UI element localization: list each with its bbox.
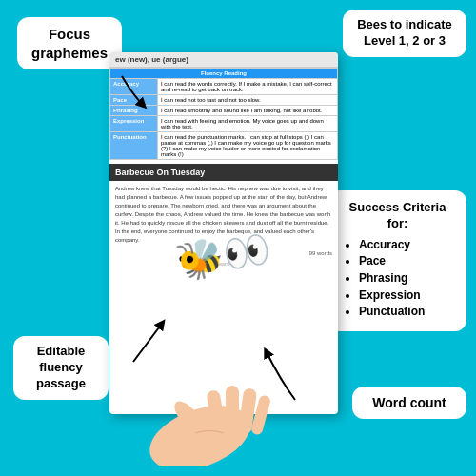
bees-label: Bees to indicate Level 1, 2 or 3 <box>357 17 452 48</box>
row-label-expression: Expression <box>110 116 158 132</box>
fluency-table: Fluency Reading Accuracy I can read the … <box>109 68 338 160</box>
success-item-phrasing: Phrasing <box>359 271 453 287</box>
row-text-expression: I can read with feeling and emotion. My … <box>158 116 338 132</box>
focus-graphemes-label: Focus graphemes <box>31 26 108 61</box>
row-text-accuracy: I can read the words correctly. If I mak… <box>158 79 338 95</box>
success-list: Accuracy Pace Phrasing Expression Punctu… <box>342 238 453 320</box>
row-label-pace: Pace <box>110 95 158 106</box>
passage-title: Barbecue On Tuesday <box>109 164 338 181</box>
success-criteria-bubble: Success Criteria for: Accuracy Pace Phra… <box>328 190 466 331</box>
success-item-accuracy: Accuracy <box>359 238 453 253</box>
focus-graphemes-bubble: Focus graphemes <box>17 17 122 69</box>
row-label-phrasing: Phrasing <box>110 106 158 116</box>
hand-image <box>124 371 276 466</box>
word-count-bubble: Word count <box>352 387 466 419</box>
word-count-label: Word count <box>372 395 446 410</box>
editable-label: Editable fluency passage <box>36 344 86 390</box>
row-label-accuracy: Accuracy <box>110 79 158 95</box>
fluency-title: Fluency Reading <box>110 69 338 79</box>
row-text-pace: I can read not too fast and not too slow… <box>158 95 338 106</box>
success-item-punctuation: Punctuation <box>359 305 453 320</box>
svg-rect-2 <box>226 386 239 433</box>
bees-bubble: Bees to indicate Level 1, 2 or 3 <box>343 10 466 57</box>
success-item-pace: Pace <box>359 254 453 269</box>
grapheme-tag: ew (new), ue (argue) <box>109 52 338 68</box>
row-text-punctuation: I can read the punctuation marks. I can … <box>158 132 338 160</box>
success-item-expression: Expression <box>359 288 453 304</box>
row-label-punctuation: Punctuation <box>110 132 158 160</box>
editable-passage-bubble: Editable fluency passage <box>13 336 109 400</box>
row-text-phrasing: I can read smoothly and sound like I am … <box>158 106 338 116</box>
success-title: Success Criteria for: <box>342 200 453 232</box>
